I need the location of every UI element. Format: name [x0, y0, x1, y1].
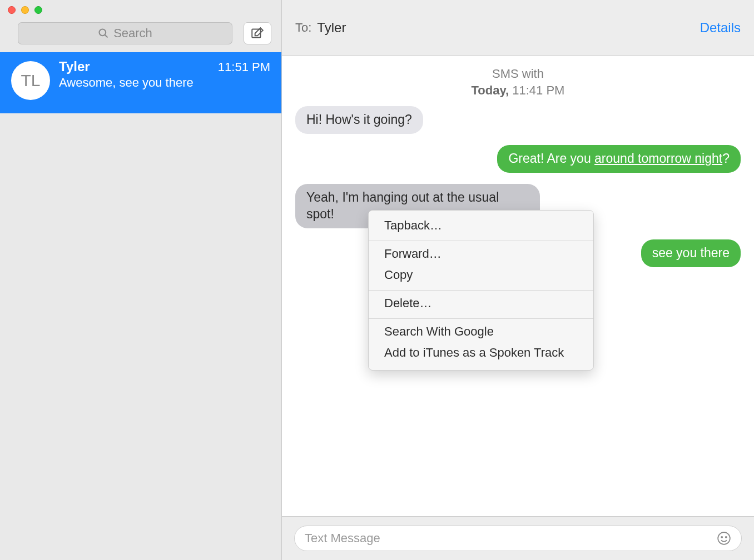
svg-point-5 [726, 537, 727, 538]
conversation-item-tyler[interactable]: TL Tyler 11:51 PM Awesome, see you there [0, 52, 281, 113]
sidebar: Search TL Tyler 11:51 PM Awesome, see yo… [0, 0, 282, 560]
conversation-header: Tyler 11:51 PM [59, 59, 270, 74]
sidebar-toolbar: Search [0, 20, 281, 52]
menu-divider [369, 241, 593, 241]
to-recipient[interactable]: Tyler [317, 20, 346, 36]
svg-line-1 [105, 35, 108, 38]
meta-time: 11:41 PM [509, 83, 564, 97]
compose-bar: Text Message [282, 516, 754, 560]
msg2-link[interactable]: around tomorrow night [594, 151, 722, 166]
meta-line2: Today, 11:41 PM [295, 82, 741, 99]
svg-point-0 [100, 29, 106, 36]
minimize-window-button[interactable] [21, 6, 29, 14]
meta-line1: SMS with [295, 66, 741, 82]
compose-icon [250, 26, 265, 41]
message-thread: SMS with Today, 11:41 PM Hi! How's it go… [282, 56, 754, 516]
menu-item-forward[interactable]: Forward… [369, 244, 593, 266]
menu-item-add-itunes[interactable]: Add to iTunes as a Spoken Track [369, 343, 593, 364]
conversation-list: TL Tyler 11:51 PM Awesome, see you there [0, 52, 281, 560]
message-bubble-outgoing[interactable]: see you there [641, 239, 741, 267]
conversation-preview: Awesome, see you there [59, 76, 270, 90]
menu-item-delete[interactable]: Delete… [369, 294, 593, 315]
meta-day: Today, [472, 83, 509, 97]
msg2-part-a: Great! Are you [508, 151, 594, 166]
details-button[interactable]: Details [700, 20, 741, 36]
messages-app: Search TL Tyler 11:51 PM Awesome, see yo… [0, 0, 754, 560]
emoji-icon[interactable] [717, 531, 731, 546]
message-bubble-outgoing[interactable]: Great! Are you around tomorrow night? [497, 145, 741, 173]
window-titlebar [0, 0, 281, 20]
message-input[interactable]: Text Message [294, 526, 742, 551]
svg-point-4 [721, 537, 722, 538]
menu-divider [369, 290, 593, 291]
message-row-incoming: Hi! How's it going? [295, 106, 741, 134]
search-input[interactable]: Search [18, 22, 232, 44]
compose-button[interactable] [244, 22, 271, 44]
main-panel: To: Tyler Details SMS with Today, 11:41 … [282, 0, 754, 560]
menu-item-tapback[interactable]: Tapback… [369, 216, 593, 237]
close-window-button[interactable] [8, 6, 16, 14]
menu-divider [369, 318, 593, 319]
context-menu: Tapback… Forward… Copy Delete… Search Wi… [368, 210, 594, 371]
message-input-placeholder: Text Message [305, 531, 380, 546]
conversation-time: 11:51 PM [218, 60, 270, 74]
msg2-part-c: ? [722, 151, 730, 166]
avatar: TL [11, 61, 50, 100]
message-bubble-incoming[interactable]: Hi! How's it going? [295, 106, 423, 134]
zoom-window-button[interactable] [34, 6, 42, 14]
message-row-outgoing: Great! Are you around tomorrow night? [295, 145, 741, 173]
conversation-name: Tyler [59, 59, 90, 74]
menu-item-copy[interactable]: Copy [369, 266, 593, 287]
menu-item-search-google[interactable]: Search With Google [369, 322, 593, 343]
search-placeholder: Search [113, 26, 152, 41]
search-icon [98, 28, 109, 39]
conversation-body: Tyler 11:51 PM Awesome, see you there [59, 59, 270, 104]
svg-point-3 [718, 532, 730, 544]
to-label: To: [295, 21, 311, 35]
conversation-header-bar: To: Tyler Details [282, 0, 754, 56]
thread-meta: SMS with Today, 11:41 PM [295, 66, 741, 98]
